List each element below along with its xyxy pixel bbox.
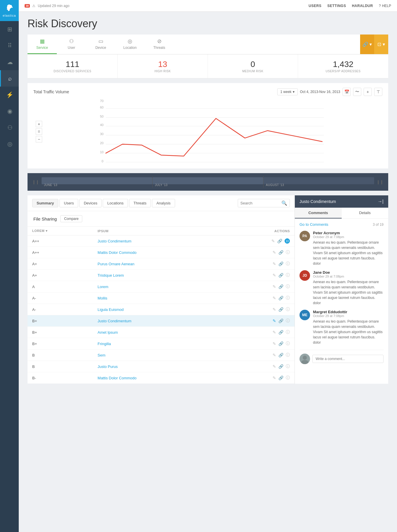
link-icon[interactable]: 🔗 bbox=[278, 376, 283, 380]
tab-location[interactable]: ◎ Location bbox=[115, 35, 145, 54]
sidebar-item-settings[interactable]: ◎ bbox=[0, 136, 19, 152]
edit-icon[interactable]: ✎ bbox=[273, 330, 276, 335]
info-icon[interactable]: ⓘ bbox=[286, 261, 290, 266]
tab-summary[interactable]: Summary bbox=[32, 199, 58, 207]
item-link[interactable]: Justo Condimentum bbox=[97, 239, 131, 243]
timeline-pause-left[interactable]: ❙❙ bbox=[32, 180, 39, 184]
zoom-plus-button[interactable]: + bbox=[36, 121, 42, 127]
line-chart-button[interactable]: 〜 bbox=[353, 88, 361, 96]
tab-devices[interactable]: Devices bbox=[79, 199, 102, 207]
edit-icon[interactable]: ✎ bbox=[273, 364, 276, 369]
comment-input-field[interactable] bbox=[312, 355, 384, 363]
item-link[interactable]: Justo Condimentum bbox=[97, 319, 131, 323]
item-link[interactable]: Lorem bbox=[97, 285, 108, 289]
timeline-pause-right[interactable]: ❙❙ bbox=[377, 180, 384, 184]
info-icon[interactable]: ⓘ bbox=[286, 330, 290, 335]
item-link[interactable]: Sem bbox=[97, 353, 105, 357]
nav-haraldur[interactable]: HARALDUR bbox=[352, 4, 373, 8]
info-icon[interactable]: ⓘ bbox=[286, 341, 290, 346]
info-icon[interactable]: ⓘ bbox=[286, 364, 290, 369]
tab-users[interactable]: Users bbox=[59, 199, 78, 207]
export-action-button[interactable]: ⊡ ▾ bbox=[374, 35, 388, 54]
tab-device[interactable]: ▭ Device bbox=[86, 35, 115, 54]
link-icon[interactable]: 🔗 bbox=[278, 250, 283, 255]
detail-close-icon[interactable]: →| bbox=[378, 199, 384, 204]
info-icon[interactable]: ⓘ bbox=[286, 295, 290, 301]
search-input[interactable] bbox=[240, 201, 281, 205]
item-link[interactable]: Fringilla bbox=[97, 342, 111, 346]
link-icon[interactable]: 🔗 bbox=[278, 307, 283, 312]
tab-analysis[interactable]: Analysis bbox=[152, 199, 175, 207]
edit-icon[interactable]: ✎ bbox=[273, 296, 276, 300]
edit-icon[interactable]: ✎ bbox=[273, 307, 276, 312]
go-to-comments-link[interactable]: Go to Comments bbox=[300, 222, 328, 227]
sidebar-item-dashboard[interactable]: ⊞ bbox=[0, 21, 19, 37]
info-icon[interactable]: ⓘ bbox=[286, 375, 290, 381]
nav-settings[interactable]: SETTINGS bbox=[327, 4, 346, 8]
item-link[interactable]: Mollis bbox=[97, 296, 107, 300]
badge-icon[interactable]: 10 bbox=[285, 238, 290, 244]
tab-service[interactable]: ▦ Service bbox=[28, 35, 57, 54]
link-icon[interactable]: 🔗 bbox=[278, 261, 283, 266]
tab-locations[interactable]: Locations bbox=[103, 199, 128, 207]
sidebar-item-grid[interactable]: ⠿ bbox=[0, 37, 19, 54]
info-icon[interactable]: ⓘ bbox=[286, 273, 290, 278]
zoom-in-button[interactable]: + bbox=[364, 88, 372, 96]
sidebar-item-lightning[interactable]: ⚡ bbox=[0, 87, 19, 103]
sidebar-item-search[interactable]: ⌕ bbox=[0, 70, 19, 87]
info-icon[interactable]: ⓘ bbox=[286, 352, 290, 358]
link-icon[interactable]: 🔗 bbox=[278, 353, 283, 357]
link-action-button[interactable]: 🔗 ▾ bbox=[360, 35, 374, 54]
detail-tab-details[interactable]: Details bbox=[342, 208, 389, 218]
zoom-minus-button[interactable]: − bbox=[36, 136, 42, 142]
sidebar-item-user[interactable]: ⚇ bbox=[0, 119, 19, 136]
edit-icon[interactable]: ✎ bbox=[273, 273, 276, 278]
stat-high-risk: 13 HIGH RISK bbox=[118, 54, 208, 78]
link-icon[interactable]: 🔗 bbox=[278, 330, 283, 335]
calendar-icon-button[interactable]: 📅 bbox=[343, 88, 351, 96]
sidebar-item-cloud[interactable]: ☁ bbox=[0, 54, 19, 70]
info-icon[interactable]: ⓘ bbox=[286, 284, 290, 289]
tab-threats[interactable]: ⊘ Threats bbox=[145, 35, 174, 54]
tab-threats[interactable]: Threats bbox=[129, 199, 151, 207]
edit-icon[interactable]: ✎ bbox=[273, 318, 276, 323]
equals-icon-button[interactable]: = bbox=[36, 128, 42, 135]
edit-icon[interactable]: ✎ bbox=[273, 376, 276, 380]
item-link[interactable]: Mattis Dolor Commodo bbox=[97, 250, 136, 255]
edit-icon[interactable]: ✎ bbox=[273, 284, 276, 289]
comment-time: October 29 at 7:08pm bbox=[313, 275, 384, 278]
item-link[interactable]: Tristique Lorem bbox=[97, 273, 124, 278]
item-link[interactable]: Justo Purus bbox=[97, 364, 118, 369]
tab-user[interactable]: ⚇ User bbox=[57, 35, 86, 54]
edit-icon[interactable]: ✎ bbox=[273, 261, 276, 266]
edit-icon[interactable]: ✎ bbox=[271, 239, 275, 243]
filter-button[interactable]: ⊤ bbox=[374, 88, 382, 96]
link-icon[interactable]: 🔗 bbox=[278, 296, 283, 300]
table-row: B+ Amet Ipsum ✎ 🔗 ⓘ bbox=[28, 327, 295, 338]
nav-help[interactable]: ? HELP bbox=[379, 4, 391, 8]
detail-tab-comments[interactable]: Comments bbox=[295, 208, 342, 218]
actions-cell: ✎ 🔗 ⓘ bbox=[221, 349, 295, 361]
item-link[interactable]: Ligula Euismod bbox=[97, 307, 124, 312]
link-icon[interactable]: 🔗 bbox=[278, 284, 283, 289]
compare-button[interactable]: Compare bbox=[60, 215, 82, 222]
item-link[interactable]: Purus Ornare Aenean bbox=[97, 262, 134, 266]
link-icon[interactable]: 🔗 bbox=[278, 364, 283, 369]
period-selector[interactable]: 1 week ▾ bbox=[277, 88, 298, 95]
info-icon[interactable]: ⓘ bbox=[286, 318, 290, 323]
info-icon[interactable]: ⓘ bbox=[286, 250, 290, 255]
logo[interactable]: elastica bbox=[0, 0, 19, 21]
link-icon[interactable]: 🔗 bbox=[278, 318, 283, 323]
item-link[interactable]: Amet Ipsum bbox=[97, 330, 118, 335]
edit-icon[interactable]: ✎ bbox=[273, 341, 276, 346]
nav-users[interactable]: USERS bbox=[309, 4, 321, 8]
item-link[interactable]: Mattis Dolor Commodo bbox=[97, 376, 136, 380]
info-icon[interactable]: ⓘ bbox=[286, 307, 290, 312]
link-icon[interactable]: 🔗 bbox=[278, 341, 283, 346]
edit-icon[interactable]: ✎ bbox=[273, 353, 276, 357]
sidebar-item-eye[interactable]: ◉ bbox=[0, 103, 19, 119]
timeline-bar: ❙❙ JUNE '13 JULY '13 AUGUST '13 ❙❙ bbox=[28, 173, 388, 191]
link-icon[interactable]: 🔗 bbox=[278, 273, 283, 278]
edit-icon[interactable]: ✎ bbox=[273, 250, 276, 255]
link-icon[interactable]: 🔗 bbox=[277, 239, 282, 243]
